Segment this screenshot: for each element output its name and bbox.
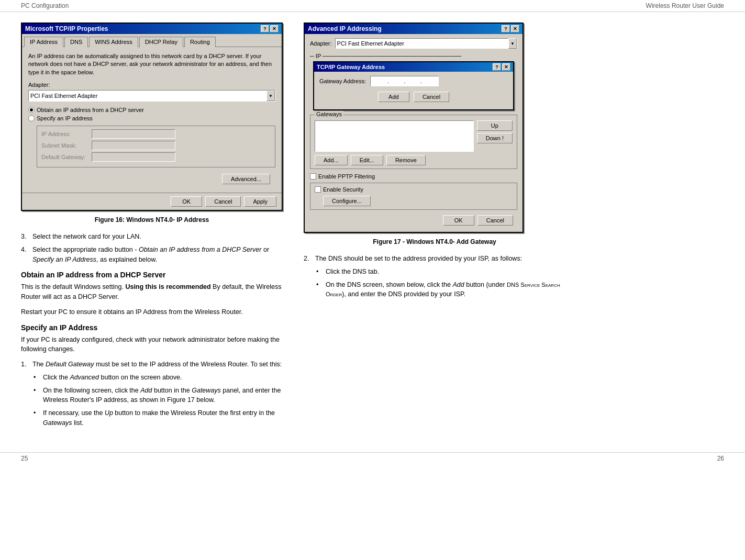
main-content: Microsoft TCP/IP Properties ? ✕ IP Addre…	[0, 12, 745, 442]
gateway-titlebar-buttons: ? ✕	[493, 63, 510, 71]
subnet-mask-label: Subnet Mask:	[41, 142, 88, 149]
default-gateway-label: Default Gateway:	[41, 154, 88, 160]
ip-field-3[interactable]	[405, 78, 420, 84]
bullet-2-text: On the following screen, click the Add b…	[43, 386, 283, 406]
tab-routing[interactable]: Routing	[184, 37, 216, 47]
ip-field-2[interactable]	[389, 78, 404, 84]
gateway-addr-row: Gateway Address: . . .	[319, 76, 508, 86]
step-4: 4. Select the appropriate radio button -…	[21, 245, 283, 265]
gateway-add-button[interactable]: Add	[378, 92, 409, 102]
pptp-label: Enable PPTP Filtering	[318, 173, 375, 180]
help-button[interactable]: ?	[261, 25, 269, 32]
adv-dialog-titlebar: Advanced IP Addressing ? ✕	[305, 24, 522, 34]
gateway-btns-col: Up Down !	[477, 120, 513, 152]
bullet-3: • If necessary, use the Up button to mak…	[34, 408, 283, 428]
titlebar-buttons: ? ✕	[261, 25, 279, 32]
info-text: An IP address can be automatically assig…	[28, 52, 275, 76]
step-4-num: 4.	[21, 245, 29, 265]
step-3-num: 3.	[21, 232, 29, 242]
subnet-mask-input[interactable]	[92, 141, 175, 150]
radio-specify-input[interactable]	[28, 115, 35, 121]
specify-step-1-num: 1.	[21, 360, 29, 369]
security-label: Enable Security	[323, 186, 363, 193]
ip-address-input[interactable]	[92, 129, 175, 139]
radio-specify[interactable]: Specify an IP address	[28, 115, 275, 121]
ip-address-label: IP Address:	[41, 131, 88, 137]
radio-group: Obtain an IP address from a DHCP server …	[28, 107, 275, 121]
section-obtain-text1: This is the default Windows setting. Usi…	[21, 282, 283, 302]
figure-caption-1: Figure 16: Windows NT4.0- IP Address	[21, 216, 283, 223]
radio-specify-label: Specify an IP address	[37, 115, 93, 121]
specify-step-1: 1. The Default Gateway must be set to th…	[21, 360, 283, 369]
adv-footer: OK Cancel	[310, 213, 517, 228]
tab-dhcp-relay[interactable]: DHCP Relay	[139, 37, 183, 47]
gateways-group: Gateways Up Down ! Add... Edit... Remove	[310, 115, 517, 169]
tab-wins-address[interactable]: WINS Address	[89, 37, 138, 47]
specify-group: IP Address: Subnet Mask: Default Gateway…	[37, 126, 275, 167]
advanced-button[interactable]: Advanced...	[222, 174, 270, 184]
gateway-close-button[interactable]: ✕	[502, 63, 510, 71]
radio-obtain-input[interactable]	[28, 107, 35, 113]
gateways-inner: Up Down !	[315, 120, 513, 152]
advanced-ip-dialog: Advanced IP Addressing ? ✕ Adapter: PCI …	[304, 23, 524, 233]
ip-address-row: IP Address:	[41, 129, 271, 139]
ip-fields[interactable]: . . .	[370, 76, 439, 86]
bullet-2: • On the following screen, click the Add…	[34, 386, 283, 406]
down-button[interactable]: Down !	[477, 133, 513, 143]
adapter-dropdown[interactable]: PCI Fast Ethernet Adapter ▼	[28, 90, 275, 102]
gateways-remove-button[interactable]: Remove	[386, 155, 426, 165]
adapter-dropdown-arrow[interactable]: ▼	[266, 91, 275, 101]
apply-button[interactable]: Apply	[244, 196, 276, 207]
step-3-text: Select the network card for your LAN.	[32, 232, 141, 242]
right-step-2: 2. The DNS should be set to the address …	[304, 254, 565, 264]
left-column: Microsoft TCP/IP Properties ? ✕ IP Addre…	[21, 23, 283, 431]
adv-help-button[interactable]: ?	[502, 25, 510, 32]
gateway-cancel-button[interactable]: Cancel	[414, 92, 449, 102]
adapter-value: PCI Fast Ethernet Adapter	[29, 92, 266, 99]
adapter-dropdown-arrow[interactable]: ▼	[508, 38, 517, 49]
default-gateway-input[interactable]	[92, 152, 175, 162]
right-column: Advanced IP Addressing ? ✕ Adapter: PCI …	[304, 23, 565, 431]
gateway-action-row: Add... Edit... Remove	[315, 155, 513, 165]
adv-dialog-title: Advanced IP Addressing	[308, 25, 382, 32]
gateways-add-button[interactable]: Add...	[315, 155, 348, 165]
adapter-row: Adapter: PCI Fast Ethernet Adapter ▼	[310, 38, 517, 49]
dialog-title: Microsoft TCP/IP Properties	[25, 25, 108, 32]
adapter-label: Adapter:	[310, 40, 332, 47]
section-obtain-text2: Restart your PC to ensure it obtains an …	[21, 307, 283, 317]
cancel-button[interactable]: Cancel	[205, 196, 241, 207]
adapter-dropdown-value: PCI Fast Ethernet Adapter	[336, 40, 508, 47]
pptp-checkbox[interactable]	[310, 173, 316, 180]
up-button[interactable]: Up	[477, 120, 513, 131]
close-button[interactable]: ✕	[270, 25, 279, 32]
dialog-body: An IP address can be automatically assig…	[22, 47, 282, 193]
gateways-edit-button[interactable]: Edit...	[351, 155, 383, 165]
dialog-footer: OK Cancel Apply	[22, 193, 282, 210]
adapter-dropdown[interactable]: PCI Fast Ethernet Adapter ▼	[335, 38, 517, 49]
section-specify-text1: If your PC is already configured, check …	[21, 335, 283, 355]
tab-dns[interactable]: DNS	[64, 37, 88, 47]
ok-button[interactable]: OK	[171, 196, 202, 207]
adapter-label: Adapter:	[28, 82, 275, 88]
subnet-mask-row: Subnet Mask:	[41, 141, 271, 150]
gateway-help-button[interactable]: ?	[493, 63, 501, 71]
ip-field-1[interactable]	[373, 78, 387, 84]
right-bullet-1-text: Click the DNS tab.	[326, 267, 379, 277]
adv-close-button[interactable]: ✕	[511, 25, 519, 32]
adv-ok-button[interactable]: OK	[443, 215, 474, 226]
specify-step-1-text: The Default Gateway must be set to the I…	[32, 360, 282, 369]
footer-right: 26	[717, 455, 724, 462]
adv-cancel-button[interactable]: Cancel	[477, 215, 513, 226]
configure-button[interactable]: Configure...	[323, 196, 371, 206]
radio-obtain[interactable]: Obtain an IP address from a DHCP server	[28, 107, 275, 113]
right-bullet-list: • Click the DNS tab. • On the DNS screen…	[316, 267, 565, 299]
gateway-address-dialog: TCP/IP Gateway Address ? ✕ Gateway Addre…	[313, 61, 514, 110]
tab-ip-address[interactable]: IP Address	[24, 37, 63, 47]
figure-caption-2: Figure 17 - Windows NT4.0- Add Gateway	[304, 238, 565, 245]
ip-field-4[interactable]	[421, 78, 436, 84]
gateway-list[interactable]	[315, 120, 474, 152]
step-4-text: Select the appropriate radio button - Ob…	[32, 245, 283, 265]
security-checkbox[interactable]	[315, 186, 321, 193]
security-row: Enable Security	[315, 186, 513, 193]
footer-left: 25	[21, 455, 28, 462]
